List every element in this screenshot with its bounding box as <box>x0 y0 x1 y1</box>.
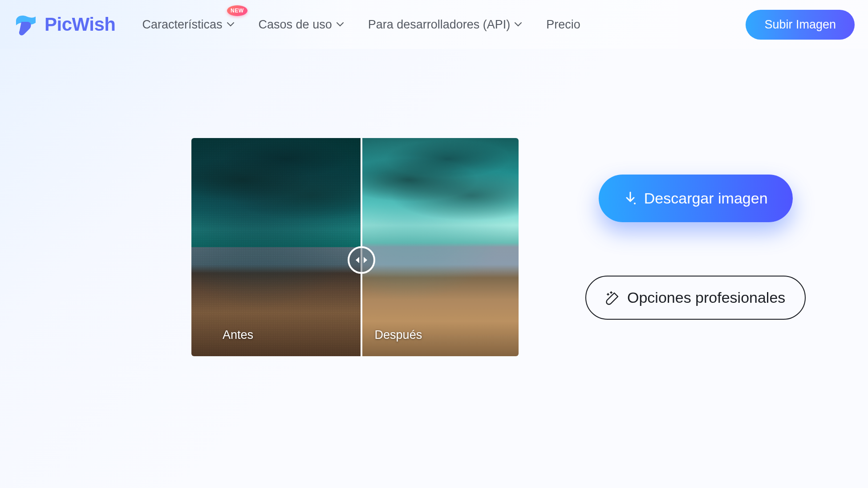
nav-item-features[interactable]: Características NEW <box>142 18 234 32</box>
before-image <box>191 138 361 356</box>
download-label: Descargar imagen <box>644 190 768 207</box>
nav-label: Para desarrolladores (API) <box>368 18 511 32</box>
nav-item-pricing[interactable]: Precio <box>546 18 580 32</box>
upload-image-button[interactable]: Subir Imagen <box>746 10 855 40</box>
brand-name: PicWish <box>45 14 116 35</box>
pro-label: Opciones profesionales <box>627 289 785 306</box>
download-image-button[interactable]: Descargar imagen <box>599 175 793 222</box>
actions-column: Descargar imagen Opciones profesionales <box>585 175 806 320</box>
after-image <box>361 138 519 356</box>
magic-wand-icon <box>606 291 620 305</box>
top-nav: Características NEW Casos de uso Para de… <box>142 18 580 32</box>
before-after-compare[interactable]: Antes Después <box>191 138 519 356</box>
nav-label: Precio <box>546 18 580 32</box>
nav-item-developers[interactable]: Para desarrolladores (API) <box>368 18 522 32</box>
chevron-down-icon <box>515 22 522 27</box>
new-badge: NEW <box>227 5 247 16</box>
after-label: Después <box>375 328 422 342</box>
chevron-down-icon <box>337 22 344 27</box>
nav-item-usecases[interactable]: Casos de uso <box>259 18 344 32</box>
svg-point-0 <box>634 203 636 204</box>
logo[interactable]: PicWish <box>13 13 116 36</box>
compare-drag-handle[interactable] <box>348 246 375 274</box>
download-icon <box>624 191 637 206</box>
logo-icon <box>13 13 37 36</box>
professional-options-button[interactable]: Opciones profesionales <box>585 276 806 320</box>
main-content: Antes Después Descargar imagen Opciones … <box>0 49 868 356</box>
header: PicWish Características NEW Casos de uso… <box>0 0 868 49</box>
chevron-down-icon <box>227 22 234 27</box>
nav-label: Casos de uso <box>259 18 332 32</box>
drag-arrows-icon <box>354 256 369 264</box>
before-label: Antes <box>223 328 253 342</box>
nav-label: Características <box>142 18 223 32</box>
